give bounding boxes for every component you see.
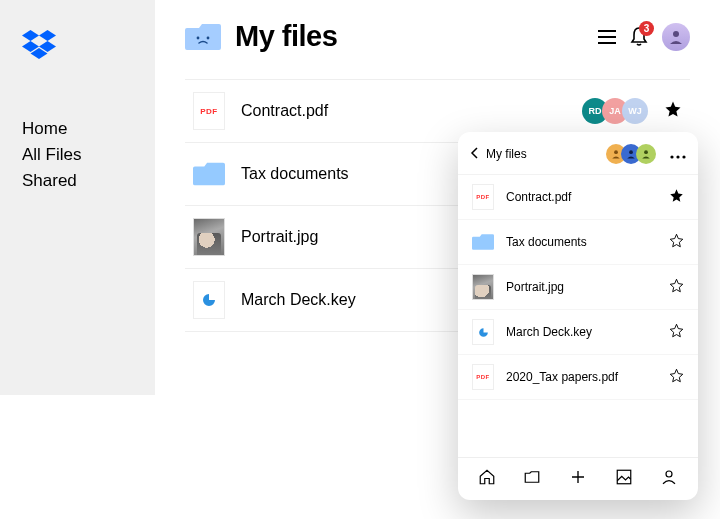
star-icon[interactable] xyxy=(669,368,684,387)
folder-icon xyxy=(193,155,225,193)
header-actions: 3 xyxy=(598,23,690,51)
page-title: My files xyxy=(235,20,337,53)
star-icon[interactable] xyxy=(669,323,684,342)
file-row[interactable]: PDF 2020_Tax papers.pdf xyxy=(458,355,698,400)
mobile-shared-avatars[interactable] xyxy=(611,144,656,164)
shared-avatars[interactable]: RD JA WJ xyxy=(588,98,648,124)
tab-add-icon[interactable] xyxy=(569,468,587,490)
title-group: My files xyxy=(185,20,337,53)
svg-point-10 xyxy=(644,150,648,154)
pdf-icon: PDF xyxy=(193,92,225,130)
keynote-icon xyxy=(193,281,225,319)
file-row[interactable]: March Deck.key xyxy=(458,310,698,355)
pdf-icon: PDF xyxy=(472,364,494,390)
keynote-icon xyxy=(472,319,494,345)
file-row[interactable]: Portrait.jpg xyxy=(458,265,698,310)
svg-point-13 xyxy=(682,155,685,158)
svg-point-11 xyxy=(670,155,673,158)
tab-home-icon[interactable] xyxy=(478,468,496,490)
sidebar-item-shared[interactable]: Shared xyxy=(22,168,155,194)
tab-files-icon[interactable] xyxy=(523,468,541,490)
dropbox-logo-icon[interactable] xyxy=(22,30,155,60)
image-thumbnail-icon xyxy=(472,274,494,300)
svg-marker-1 xyxy=(39,30,56,41)
folder-icon xyxy=(472,229,494,255)
notification-badge: 3 xyxy=(639,21,654,36)
file-name: 2020_Tax papers.pdf xyxy=(506,370,653,384)
star-icon[interactable] xyxy=(669,233,684,252)
mobile-file-list: PDF Contract.pdf Tax documents Portrait.… xyxy=(458,175,698,457)
svg-point-5 xyxy=(197,36,200,39)
star-icon[interactable] xyxy=(664,100,682,122)
mobile-breadcrumb[interactable]: My files xyxy=(486,147,527,161)
folder-face-icon xyxy=(185,22,221,52)
file-name: Portrait.jpg xyxy=(506,280,653,294)
file-name: Tax documents xyxy=(506,235,653,249)
file-name: Contract.pdf xyxy=(241,102,572,120)
image-thumbnail-icon xyxy=(193,218,225,256)
notifications-button[interactable]: 3 xyxy=(630,27,648,47)
user-avatar[interactable] xyxy=(662,23,690,51)
star-icon[interactable] xyxy=(669,188,684,207)
menu-icon[interactable] xyxy=(598,29,616,45)
file-name: March Deck.key xyxy=(506,325,653,339)
svg-point-6 xyxy=(207,36,210,39)
avatar: WJ xyxy=(622,98,648,124)
back-button[interactable] xyxy=(470,145,480,163)
mobile-panel: My files PDF Contract.pdf xyxy=(458,132,698,500)
sidebar: Home All Files Shared xyxy=(0,0,155,395)
tab-photos-icon[interactable] xyxy=(615,468,633,490)
mobile-tabbar xyxy=(458,457,698,494)
svg-point-8 xyxy=(614,150,618,154)
page-header: My files 3 xyxy=(185,20,690,53)
file-row[interactable]: Tax documents xyxy=(458,220,698,265)
avatar xyxy=(636,144,656,164)
sidebar-item-home[interactable]: Home xyxy=(22,116,155,142)
svg-point-12 xyxy=(676,155,679,158)
mobile-header: My files xyxy=(458,144,698,175)
sidebar-item-all-files[interactable]: All Files xyxy=(22,142,155,168)
star-icon[interactable] xyxy=(669,278,684,297)
pdf-icon: PDF xyxy=(472,184,494,210)
svg-marker-0 xyxy=(22,30,39,41)
file-row[interactable]: PDF Contract.pdf xyxy=(458,175,698,220)
svg-point-7 xyxy=(673,31,679,37)
file-name: Contract.pdf xyxy=(506,190,653,204)
svg-point-9 xyxy=(629,150,633,154)
svg-point-15 xyxy=(666,471,672,477)
more-options-icon[interactable] xyxy=(670,145,686,163)
tab-account-icon[interactable] xyxy=(660,468,678,490)
